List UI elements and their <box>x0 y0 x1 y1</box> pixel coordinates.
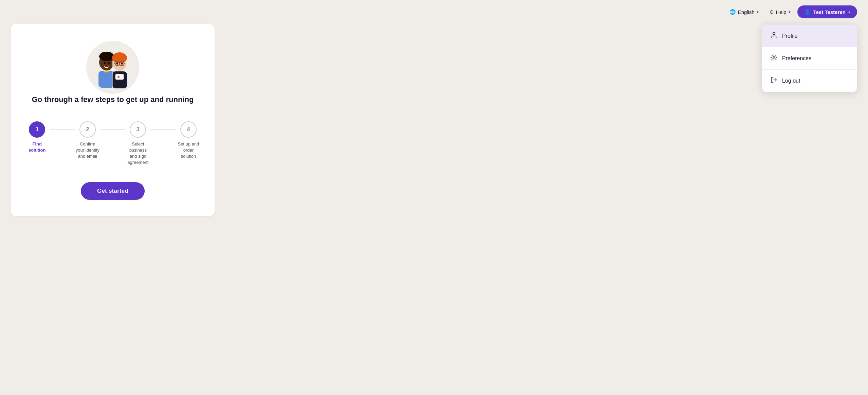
svg-point-18 <box>116 63 118 65</box>
svg-point-12 <box>112 52 127 63</box>
svg-point-21 <box>117 76 120 78</box>
get-started-button[interactable]: Get started <box>81 182 145 200</box>
user-name-label: Test Testeren <box>813 9 846 15</box>
preferences-label: Preferences <box>782 55 811 62</box>
dropdown-item-logout[interactable]: Log out <box>762 70 857 92</box>
profile-icon <box>771 32 777 40</box>
svg-point-9 <box>104 62 106 65</box>
svg-point-7 <box>104 70 109 72</box>
help-label: Help <box>776 9 786 15</box>
profile-label: Profile <box>782 33 797 39</box>
chevron-up-icon: ▴ <box>848 10 850 14</box>
onboarding-card: Go through a few steps to get up and run… <box>11 24 215 216</box>
step-4: 4 Set up and order solution <box>176 121 201 160</box>
step-connector-1-2 <box>50 130 75 130</box>
chevron-down-icon: ▾ <box>757 10 759 14</box>
step-2: 2 Confirm your identity and email <box>75 121 100 160</box>
card-title: Go through a few steps to get up and run… <box>32 95 194 105</box>
step-2-label: Confirm your identity and email <box>75 141 100 160</box>
svg-point-5 <box>99 52 114 61</box>
header: 🌐 English ▾ ⊙ Help ▾ 👤 Test Testeren ▴ <box>0 0 868 24</box>
svg-point-1 <box>773 57 775 58</box>
help-icon: ⊙ <box>770 9 774 15</box>
main-content: Go through a few steps to get up and run… <box>0 24 868 230</box>
globe-icon: 🌐 <box>729 9 736 15</box>
user-dropdown-menu: Profile Preferences Log out <box>762 24 857 92</box>
step-1-label: Find solution <box>24 141 50 153</box>
svg-point-0 <box>773 33 775 35</box>
svg-point-19 <box>121 63 123 65</box>
preferences-icon <box>771 54 777 63</box>
step-connector-2-3 <box>100 130 125 130</box>
user-menu-button[interactable]: 👤 Test Testeren ▴ <box>797 5 857 18</box>
logout-label: Log out <box>782 78 800 84</box>
illustration <box>86 40 140 95</box>
chevron-down-icon: ▾ <box>789 10 791 14</box>
steps-container: 1 Find solution 2 Confirm your identity … <box>24 121 201 166</box>
dropdown-item-preferences[interactable]: Preferences <box>762 47 857 70</box>
step-4-label: Set up and order solution <box>176 141 201 160</box>
user-icon: 👤 <box>804 9 811 15</box>
step-4-circle: 4 <box>180 121 197 138</box>
step-1: 1 Find solution <box>24 121 50 153</box>
step-connector-3-4 <box>150 130 176 130</box>
dropdown-item-profile[interactable]: Profile <box>762 25 857 47</box>
step-2-circle: 2 <box>79 121 96 138</box>
step-3-label: Select business and sign agreement <box>125 141 150 166</box>
step-3-circle: 3 <box>130 121 146 138</box>
step-3: 3 Select business and sign agreement <box>125 121 150 166</box>
help-button[interactable]: ⊙ Help ▾ <box>765 6 795 18</box>
step-1-circle: 1 <box>29 121 45 138</box>
language-button[interactable]: 🌐 English ▾ <box>725 6 763 18</box>
logout-icon <box>771 76 777 85</box>
svg-point-10 <box>108 62 110 65</box>
language-label: English <box>738 9 755 15</box>
